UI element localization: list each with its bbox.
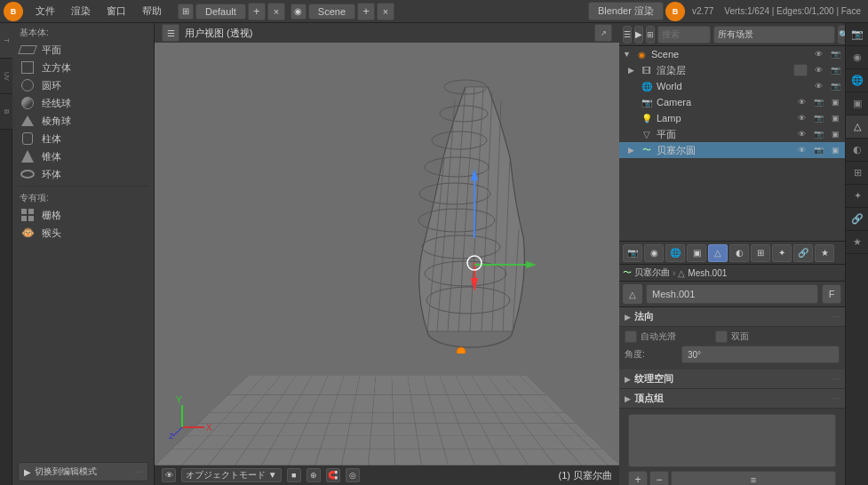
props-btn-texture[interactable]: ⊞	[751, 244, 770, 262]
snap-icon[interactable]: 🧲	[326, 468, 340, 482]
sidebar-item-monkey[interactable]: 🐵 猴头	[12, 224, 154, 242]
pivot-icon[interactable]: ⊕	[307, 468, 321, 482]
tree-item-scene[interactable]: ▼ ◉ Scene 👁 📷	[619, 46, 845, 62]
menu-file[interactable]: 文件	[28, 3, 62, 20]
scene-close-btn[interactable]: ×	[377, 3, 394, 20]
scene-add-btn[interactable]: +	[357, 3, 375, 20]
angle-value[interactable]: 30°	[681, 346, 840, 363]
world-cam[interactable]: 📷	[829, 80, 841, 92]
mesh-name-fake-user-btn[interactable]: F	[822, 284, 841, 304]
renderlayer-cam[interactable]: 📷	[829, 64, 841, 76]
right-tab-material[interactable]: ◐	[846, 139, 868, 162]
mesh-name-input[interactable]	[646, 284, 818, 304]
tree-item-world[interactable]: 🌐 World 👁 📷	[619, 78, 845, 94]
scene-visibility-icon[interactable]: 👁	[812, 48, 824, 60]
viewport-shading[interactable]: ■	[287, 468, 301, 482]
outliner-search-input[interactable]	[657, 26, 711, 44]
vgroup-add-btn[interactable]: +	[628, 471, 648, 485]
props-btn-object[interactable]: ▣	[687, 244, 706, 262]
tree-item-plane[interactable]: ▽ 平面 👁 📷 ▣	[619, 126, 845, 142]
sidebar-item-uvsphere[interactable]: 经线球	[12, 94, 154, 112]
sidebar-item-grid[interactable]: 栅格	[12, 206, 154, 224]
mode-select[interactable]: オブジェクトモード ▼	[181, 468, 282, 482]
scene-selector[interactable]: Scene	[308, 4, 355, 20]
section-header-texspace[interactable]: ▶ 纹理空间 ···	[619, 370, 845, 389]
tab-b[interactable]: B	[0, 94, 12, 130]
workspace-selector[interactable]: Default	[195, 4, 246, 20]
outliner-search-btn[interactable]: 🔍	[838, 26, 845, 44]
renderlayer-extra[interactable]	[793, 64, 808, 76]
right-tab-scene[interactable]: ◉	[846, 46, 868, 69]
props-btn-scene[interactable]: ◉	[644, 244, 664, 262]
viewport-expand-btn[interactable]: ↗	[594, 24, 612, 42]
right-tab-texture[interactable]: ⊞	[846, 162, 868, 185]
right-tab-particle[interactable]: ✦	[846, 185, 868, 208]
right-tab-mesh[interactable]: △	[846, 115, 868, 139]
outliner-filter-btn[interactable]: ⊞	[646, 26, 655, 44]
world-eye[interactable]: 👁	[812, 80, 824, 92]
view-icon[interactable]: 👁	[162, 468, 176, 482]
props-btn-physics[interactable]: 🔗	[793, 244, 813, 262]
tab-uv[interactable]: UV	[0, 59, 12, 94]
sidebar-item-icosphere[interactable]: 棱角球	[12, 112, 154, 130]
outliner-menu-btn[interactable]: ☰	[623, 26, 632, 44]
lamp-cam[interactable]: 📷	[812, 112, 824, 124]
plane-cam[interactable]: 📷	[812, 128, 824, 140]
double-side-checkbox[interactable]	[715, 330, 728, 343]
right-tab-object[interactable]: ▣	[846, 92, 868, 115]
tree-item-lamp[interactable]: 💡 Lamp 👁 📷 ▣	[619, 110, 845, 126]
sidebar-item-cube[interactable]: 立方体	[12, 59, 154, 76]
props-btn-material[interactable]: ◐	[729, 244, 749, 262]
menu-window[interactable]: 窗口	[100, 3, 133, 20]
sidebar-item-cylinder[interactable]: 柱体	[12, 130, 154, 147]
tree-item-bezier[interactable]: ▶ 〜 贝塞尔圆 👁 📷 ▣	[619, 142, 845, 158]
scene-camera-icon[interactable]: 📷	[829, 48, 841, 60]
tree-item-camera[interactable]: 📷 Camera 👁 📷 ▣	[619, 94, 845, 110]
bezier-render[interactable]: ▣	[829, 144, 841, 156]
right-tab-render[interactable]: 📷	[846, 23, 868, 46]
tree-item-renderlayer[interactable]: ▶ 🎞 渲染层 👁 📷	[619, 62, 845, 78]
lamp-render[interactable]: ▣	[829, 112, 841, 124]
right-tab-world[interactable]: 🌐	[846, 69, 868, 92]
tab-tools[interactable]: T	[0, 23, 12, 59]
right-tab-physics[interactable]: 🔗	[846, 208, 868, 231]
right-tab-constraint[interactable]: ★	[846, 231, 868, 254]
bezier-cam[interactable]: 📷	[812, 144, 824, 156]
viewport-3d[interactable]: X Y Z	[155, 43, 619, 465]
sidebar-item-cone[interactable]: 锥体	[12, 147, 154, 165]
menu-help[interactable]: 帮助	[135, 3, 169, 20]
breadcrumb-mesh[interactable]: △ Mesh.001	[678, 268, 727, 278]
viewport-menu-icon[interactable]: ☰	[162, 24, 179, 42]
workspace-add-btn[interactable]: +	[248, 3, 266, 20]
props-btn-constraint[interactable]: ★	[815, 244, 834, 262]
props-btn-particle[interactable]: ✦	[772, 244, 792, 262]
outliner-all-scenes[interactable]	[713, 26, 835, 44]
proportional-icon[interactable]: ◎	[346, 468, 360, 482]
lamp-eye[interactable]: 👁	[795, 112, 808, 124]
sidebar-item-circle[interactable]: 圆环	[12, 76, 154, 94]
bezier-eye[interactable]: 👁	[795, 144, 808, 156]
camera-eye[interactable]: 👁	[795, 96, 808, 108]
plane-eye[interactable]: 👁	[795, 128, 808, 140]
props-btn-world[interactable]: 🌐	[665, 244, 685, 262]
camera-render[interactable]: ▣	[829, 96, 841, 108]
camera-cam[interactable]: 📷	[812, 96, 824, 108]
blender-logo[interactable]: B	[4, 2, 23, 21]
props-btn-mesh[interactable]: △	[708, 244, 728, 262]
plane-render[interactable]: ▣	[829, 128, 841, 140]
renderlayer-eye[interactable]: 👁	[812, 64, 824, 76]
outliner-add-btn[interactable]: ▶	[634, 26, 643, 44]
vgroup-menu-btn[interactable]: ≡	[671, 471, 836, 485]
workspace-close-btn[interactable]: ×	[267, 3, 285, 20]
auto-smooth-checkbox[interactable]	[625, 330, 637, 343]
render-engine-selector[interactable]: Blender 渲染	[588, 2, 664, 20]
sidebar-item-plane[interactable]: 平面	[12, 41, 154, 59]
breadcrumb-bezier[interactable]: 〜 贝塞尔曲	[623, 266, 670, 279]
section-header-vgroup[interactable]: ▶ 顶点组 ···	[619, 389, 845, 409]
menu-render[interactable]: 渲染	[64, 3, 98, 20]
edit-mode-btn[interactable]: ▶ 切换到编辑模式 ···	[18, 462, 148, 481]
vgroup-remove-btn[interactable]: −	[649, 471, 669, 485]
props-btn-render[interactable]: 📷	[623, 244, 642, 262]
sidebar-item-torus[interactable]: 环体	[12, 165, 154, 183]
section-header-normal[interactable]: ▶ 法向 ···	[619, 307, 845, 327]
